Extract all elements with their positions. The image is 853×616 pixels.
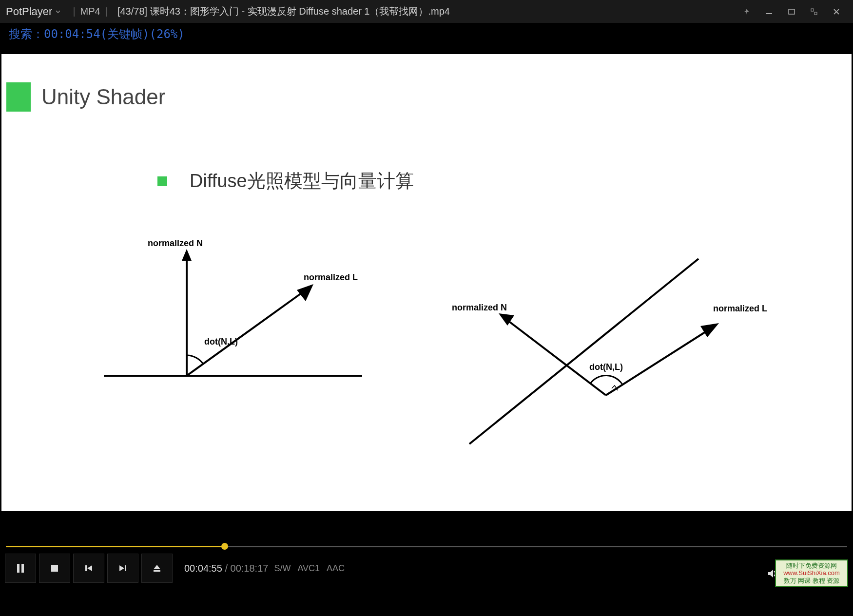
label-dot: dot(N,L) [204, 337, 238, 347]
svg-marker-23 [768, 570, 773, 578]
playback-controls: 00:04:55 / 00:18:17 S/W AVC1 AAC 360˚ 3D [0, 549, 853, 588]
pin-icon [743, 8, 751, 16]
diagram-right: normalized N normalized L dot(N,L) [440, 239, 772, 454]
stop-icon [50, 563, 59, 573]
audio-codec-badge: AAC [327, 563, 345, 574]
watermark: 随时下免费资源网 www.SuiShiXia.com 数万 网课 教程 资源 [775, 559, 848, 587]
renderer-badge: S/W [274, 563, 291, 574]
watermark-line2: www.SuiShiXia.com [783, 569, 840, 577]
svg-rect-3 [814, 12, 817, 15]
watermark-line3: 数万 网课 教程 资源 [784, 577, 840, 585]
label-normalized-n: normalized N [148, 238, 203, 249]
svg-rect-2 [811, 9, 814, 11]
label-dot-right: dot(N,L) [589, 362, 623, 372]
svg-rect-14 [17, 564, 19, 573]
window-controls [736, 2, 847, 21]
format-badge: MP4 [80, 6, 100, 17]
green-square-icon [6, 82, 31, 112]
close-button[interactable] [826, 2, 847, 21]
label-normalized-l-right: normalized L [713, 304, 767, 314]
minimize-icon [765, 8, 773, 16]
svg-marker-13 [700, 323, 719, 337]
green-bullet-icon [157, 176, 167, 186]
pin-button[interactable] [736, 2, 757, 21]
fullscreen-icon [810, 8, 818, 16]
maximize-icon [788, 8, 795, 16]
label-normalized-n-right: normalized N [452, 303, 507, 313]
progress-bar[interactable] [6, 544, 847, 549]
progress-thumb[interactable] [221, 543, 228, 550]
vector-diagram-flat [99, 230, 372, 390]
prev-icon [84, 563, 94, 573]
separator: | [73, 6, 75, 17]
svg-marker-21 [154, 565, 160, 569]
svg-marker-19 [119, 565, 124, 571]
slide-title: Unity Shader [41, 85, 165, 109]
svg-rect-20 [125, 565, 126, 571]
prev-button[interactable] [73, 554, 104, 583]
svg-rect-15 [21, 564, 24, 573]
slide-subtitle: Diffuse光照模型与向量计算 [190, 169, 414, 193]
svg-line-12 [606, 327, 713, 395]
progress-filled [6, 546, 225, 547]
pause-icon [16, 563, 25, 574]
svg-rect-1 [789, 9, 795, 14]
time-display: 00:04:55 / 00:18:17 [184, 563, 268, 574]
video-codec-badge: AVC1 [297, 563, 320, 574]
duration-time: 00:18:17 [231, 563, 269, 574]
watermark-line1: 随时下免费资源网 [786, 562, 837, 570]
vector-diagram-slant [440, 239, 772, 454]
diagram-left: normalized N normalized L dot(N,L) [99, 230, 372, 390]
fullscreen-button[interactable] [803, 2, 825, 21]
svg-marker-8 [297, 284, 313, 301]
titlebar: PotPlayer | MP4 | [43/78] 课时43：图形学入门 - 实… [0, 0, 853, 23]
svg-marker-6 [182, 249, 192, 261]
eject-icon [152, 563, 162, 573]
app-menu[interactable]: PotPlayer [6, 5, 61, 18]
separator: | [105, 6, 108, 17]
file-title: [43/78] 课时43：图形学入门 - 实现漫反射 Diffuse shade… [117, 5, 450, 18]
slide-sub-header: Diffuse光照模型与向量计算 [157, 169, 414, 193]
codec-info: S/W AVC1 AAC [274, 563, 345, 574]
svg-rect-0 [766, 13, 772, 14]
current-time: 00:04:55 [184, 563, 222, 574]
svg-marker-18 [87, 565, 92, 571]
svg-rect-22 [154, 570, 160, 572]
slide-content: Unity Shader Diffuse光照模型与向量计算 normalized… [1, 54, 852, 511]
video-area[interactable]: Unity Shader Diffuse光照模型与向量计算 normalized… [0, 45, 853, 520]
close-icon [833, 8, 840, 16]
minimize-button[interactable] [758, 2, 780, 21]
svg-line-7 [187, 288, 309, 376]
stop-button[interactable] [39, 554, 70, 583]
pause-button[interactable] [5, 554, 36, 583]
svg-rect-17 [85, 565, 87, 571]
status-line: 搜索：00:04:54(关键帧)(26%) [0, 23, 853, 45]
eject-button[interactable] [141, 554, 173, 583]
status-text: 搜索：00:04:54(关键帧)(26%) [9, 27, 185, 41]
app-name-label: PotPlayer [6, 5, 52, 18]
chevron-down-icon [55, 9, 61, 15]
next-icon [118, 563, 128, 573]
slide-header: Unity Shader [6, 82, 165, 112]
label-normalized-l: normalized L [304, 272, 358, 283]
svg-rect-16 [51, 565, 58, 572]
next-button[interactable] [107, 554, 138, 583]
maximize-button[interactable] [781, 2, 802, 21]
svg-line-9 [469, 259, 698, 444]
